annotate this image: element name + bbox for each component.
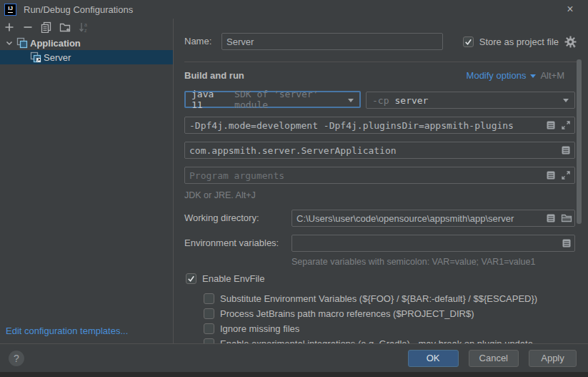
name-input[interactable] xyxy=(221,33,443,50)
apply-button[interactable]: Apply xyxy=(529,350,577,367)
program-arguments-input[interactable] xyxy=(184,167,575,184)
server-configuration-icon xyxy=(30,52,41,63)
chevron-down-icon xyxy=(348,99,354,102)
enable-envfile-row: Enable EnvFile xyxy=(186,273,264,284)
cancel-button[interactable]: Cancel xyxy=(469,350,519,367)
substitute-env-vars-label: Substitute Environment Variables (${FOO}… xyxy=(220,293,537,304)
modify-options-shortcut: Alt+M xyxy=(540,70,564,81)
svg-text:a: a xyxy=(84,22,87,27)
edit-configuration-templates-link[interactable]: Edit configuration templates... xyxy=(6,325,128,336)
svg-text:z: z xyxy=(84,28,87,33)
vertical-scrollbar-thumb[interactable] xyxy=(577,59,582,224)
expand-field-icon[interactable] xyxy=(545,119,557,131)
expand-field-icon[interactable] xyxy=(545,212,557,224)
ignore-missing-files-checkbox[interactable] xyxy=(204,323,214,334)
title-bar: IJ Run/Debug Configurations × xyxy=(0,0,588,19)
experimental-integrations-checkbox[interactable] xyxy=(204,338,214,343)
experimental-integrations-row: Enable experimental integrations (e.g. G… xyxy=(204,338,533,343)
path-macro-checkbox[interactable] xyxy=(204,308,214,319)
substitute-env-vars-row: Substitute Environment Variables (${FOO}… xyxy=(204,293,537,304)
configurations-sidebar: az Application Server Edit configuration… xyxy=(0,19,174,343)
modify-options-link[interactable]: Modify options xyxy=(467,70,527,81)
environment-variables-input[interactable] xyxy=(291,235,575,252)
browse-folder-icon[interactable] xyxy=(561,212,572,224)
environment-variables-label: Environment variables: xyxy=(184,235,279,252)
chevron-down-icon xyxy=(563,99,569,102)
chevron-down-icon[interactable] xyxy=(4,37,15,49)
chevron-down-icon xyxy=(530,74,536,78)
application-group-label: Application xyxy=(30,38,81,49)
intellij-logo-icon: IJ xyxy=(4,4,16,16)
jdk-combo-annotation: SDK of 'server' module xyxy=(234,89,354,110)
enable-envfile-checkbox[interactable] xyxy=(186,273,196,284)
remove-configuration-icon[interactable] xyxy=(22,21,34,33)
expand-field-icon[interactable] xyxy=(560,145,572,156)
expand-window-icon[interactable] xyxy=(560,170,572,181)
cp-flag: -cp xyxy=(372,95,389,106)
path-macro-label: Process JetBrains path macro references … xyxy=(220,308,474,319)
jdk-hint: JDK or JRE. Alt+J xyxy=(184,190,256,200)
path-macro-row: Process JetBrains path macro references … xyxy=(204,308,474,319)
working-directory-label: Working directory: xyxy=(184,210,259,227)
expand-field-icon[interactable] xyxy=(561,238,572,249)
sidebar-item-application-group[interactable]: Application xyxy=(0,36,173,50)
vm-options-input[interactable] xyxy=(184,117,575,134)
help-button[interactable]: ? xyxy=(9,351,24,366)
application-icon xyxy=(16,37,28,49)
new-folder-icon[interactable] xyxy=(59,21,71,33)
section-divider xyxy=(184,62,577,62)
ignore-missing-files-row: Ignore missing files xyxy=(204,323,299,334)
close-icon[interactable]: × xyxy=(564,3,577,16)
sidebar-toolbar: az xyxy=(0,19,173,36)
environment-variables-hint: Separate variables with semicolon: VAR=v… xyxy=(291,257,535,267)
run-debug-configurations-dialog: IJ Run/Debug Configurations × az xyxy=(0,0,588,377)
sidebar-item-server[interactable]: Server xyxy=(0,50,173,64)
build-and-run-heading: Build and run xyxy=(184,70,244,81)
expand-window-icon[interactable] xyxy=(560,119,572,131)
configuration-form: Name: Store as project file xyxy=(174,19,588,343)
add-configuration-icon[interactable] xyxy=(4,21,15,33)
experimental-integrations-label: Enable experimental integrations (e.g. G… xyxy=(220,338,533,343)
expand-field-icon[interactable] xyxy=(545,170,557,181)
modify-options-row: Modify options Alt+M xyxy=(467,70,564,81)
ignore-missing-files-label: Ignore missing files xyxy=(220,323,299,334)
jdk-combo[interactable]: java 11 SDK of 'server' module xyxy=(184,91,361,108)
store-as-project-file-label: Store as project file xyxy=(479,36,559,47)
gear-icon[interactable] xyxy=(564,36,577,48)
substitute-env-vars-checkbox[interactable] xyxy=(204,293,214,304)
cp-value: server xyxy=(394,95,428,106)
jdk-combo-value: java 11 xyxy=(191,89,229,110)
store-as-project-file-row: Store as project file xyxy=(463,36,577,48)
enable-envfile-label: Enable EnvFile xyxy=(202,273,264,284)
main-class-input[interactable] xyxy=(184,142,575,159)
ok-button[interactable]: OK xyxy=(408,350,459,367)
store-as-project-file-checkbox[interactable] xyxy=(463,36,474,47)
working-directory-input[interactable] xyxy=(291,210,575,227)
name-label: Name: xyxy=(184,33,211,50)
dialog-footer: ? OK Cancel Apply xyxy=(0,343,588,372)
sort-configurations-icon[interactable]: az xyxy=(78,21,89,33)
dialog-title: Run/Debug Configurations xyxy=(24,4,133,15)
copy-configuration-icon[interactable] xyxy=(41,21,52,33)
background-window-strip xyxy=(0,372,588,377)
server-item-label: Server xyxy=(44,52,71,63)
classpath-module-combo[interactable]: -cp server xyxy=(366,92,575,109)
